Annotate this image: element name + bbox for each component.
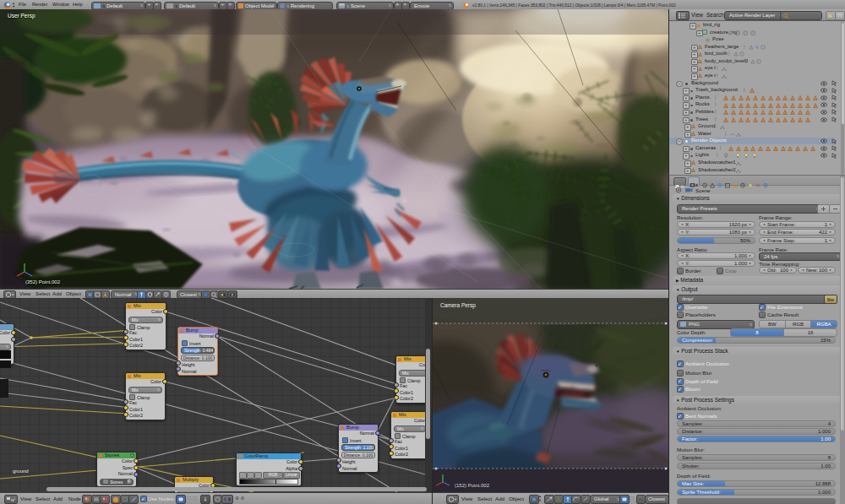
svg-text:(152) Point.002: (152) Point.002 [455,483,490,488]
